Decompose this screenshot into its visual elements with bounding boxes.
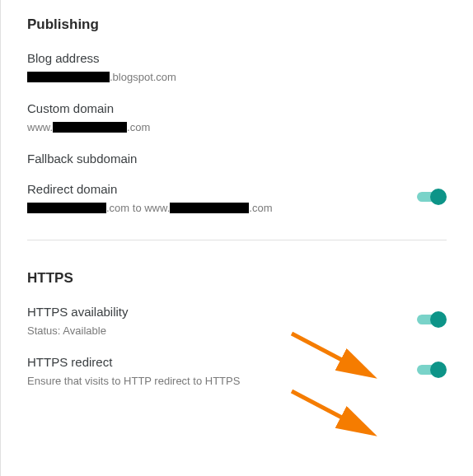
redacted-block xyxy=(53,122,127,133)
svg-line-3 xyxy=(292,391,370,432)
toggle-thumb xyxy=(430,362,447,378)
redirect-domain-row[interactable]: Redirect domain .com to www..com xyxy=(27,182,447,216)
https-availability-label: HTTPS availability xyxy=(27,305,417,319)
https-redirect-row[interactable]: HTTPS redirect Ensure that visits to HTT… xyxy=(27,355,447,389)
blog-address-row[interactable]: Blog address .blogspot.com xyxy=(27,51,447,85)
arrow-annotation-icon xyxy=(288,387,386,445)
custom-domain-row[interactable]: Custom domain www..com xyxy=(27,101,447,135)
https-redirect-toggle[interactable] xyxy=(417,362,447,378)
https-availability-status: Status: Available xyxy=(27,324,417,338)
toggle-thumb xyxy=(430,189,447,205)
publishing-section-title: Publishing xyxy=(27,16,447,33)
toggle-thumb xyxy=(430,311,447,328)
redacted-block xyxy=(170,203,249,213)
redacted-block xyxy=(27,203,106,213)
redirect-domain-toggle[interactable] xyxy=(417,189,447,205)
https-availability-row[interactable]: HTTPS availability Status: Available xyxy=(27,305,447,338)
custom-domain-value: www..com xyxy=(27,120,447,135)
custom-domain-label: Custom domain xyxy=(27,101,447,115)
redirect-domain-value: .com to www..com xyxy=(27,201,417,216)
https-availability-toggle[interactable] xyxy=(417,311,447,328)
fallback-subdomain-label: Fallback subdomain xyxy=(27,152,447,166)
section-divider xyxy=(27,240,447,240)
redacted-block xyxy=(27,72,110,82)
redirect-domain-label: Redirect domain xyxy=(27,182,417,196)
https-redirect-label: HTTPS redirect xyxy=(27,355,417,369)
https-redirect-description: Ensure that visits to HTTP redirect to H… xyxy=(27,374,417,389)
fallback-subdomain-row[interactable]: Fallback subdomain xyxy=(27,152,447,166)
blog-address-label: Blog address xyxy=(27,51,447,65)
https-section-title: HTTPS xyxy=(27,270,447,287)
blog-address-value: .blogspot.com xyxy=(27,70,447,85)
